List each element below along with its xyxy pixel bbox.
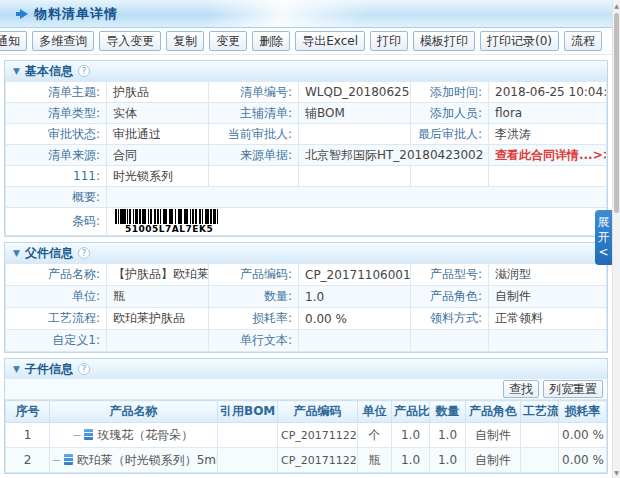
col-header-process[interactable]: 工艺流程 <box>521 401 559 423</box>
field-label: 领料方式: <box>411 308 489 330</box>
field-label: 清单来源: <box>6 145 107 166</box>
field-label: 单行文本: <box>209 330 299 352</box>
field-label <box>411 330 489 352</box>
cell-product-code: CP_20171122009 <box>278 448 358 473</box>
parent-info-title: 父件信息 <box>25 245 73 262</box>
expand-panel-tab[interactable]: 展开 < <box>595 210 612 265</box>
notify-button[interactable]: 通知 <box>0 31 27 51</box>
find-button[interactable]: 查找 <box>503 380 539 398</box>
field-value: 审批通过 <box>107 124 209 145</box>
field-value: 时光锁系列 <box>107 166 209 187</box>
page-title: 物料清单详情 <box>34 5 118 23</box>
child-item-row[interactable]: 1 ─玫瑰花（花骨朵） CP_20171122004 个 1.0 1.0 自制件… <box>6 423 607 448</box>
col-header-ratio[interactable]: 产品比例 <box>392 401 430 423</box>
cell-process <box>521 448 559 473</box>
help-icon[interactable]: ? <box>78 363 90 375</box>
field-label: 概要: <box>6 187 107 208</box>
col-header-product-name[interactable]: 产品名称 <box>50 401 218 423</box>
workflow-button[interactable]: 流程 <box>564 31 602 51</box>
cell-product-name: ─欧珀莱（时光锁系列）5ml <box>50 448 218 473</box>
contract-detail-cell: 查看此合同详情...>>> <box>489 145 607 166</box>
table-row: 单位: 瓶 数量: 1.0 产品角色: 自制件 <box>6 286 607 308</box>
cell-qty: 1.0 <box>430 423 466 448</box>
field-value: 自制件 <box>489 286 607 308</box>
import-change-button[interactable]: 导入变更 <box>99 31 161 51</box>
view-contract-link[interactable]: 查看此合同详情...>>> <box>495 148 607 162</box>
table-row: 清单主题: 护肤品 清单编号: WLQD_20180625001 添加时间: 2… <box>6 82 607 103</box>
barcode-image <box>115 209 219 224</box>
title-bar: 物料清单详情 <box>0 0 612 28</box>
parent-info-header[interactable]: ▼ 父件信息 ? <box>5 243 607 263</box>
cell-ref-bom <box>218 448 278 473</box>
field-value: 瓶 <box>107 286 209 308</box>
col-header-product-code[interactable]: 产品编码 <box>278 401 358 423</box>
field-label: 单位: <box>6 286 107 308</box>
child-info-title: 子件信息 <box>25 361 73 378</box>
field-value: 合同 <box>107 145 209 166</box>
field-label <box>209 166 299 187</box>
field-value: 辅BOM <box>299 103 411 124</box>
scroll-up-icon[interactable]: ▲ <box>613 2 620 9</box>
help-icon[interactable]: ? <box>78 247 90 259</box>
basic-info-header[interactable]: ▼ 基本信息 ? <box>5 61 607 81</box>
field-value <box>299 124 411 145</box>
cell-process <box>521 423 559 448</box>
barcode-text: 51005L7AL7EK5 <box>125 224 600 234</box>
table-row: 审批状态: 审批通过 当前审批人: 最后审批人: 李洪涛 <box>6 124 607 145</box>
field-label: 审批状态: <box>6 124 107 145</box>
print-button[interactable]: 打印 <box>370 31 408 51</box>
table-row: 概要: <box>6 187 607 208</box>
table-row: 清单类型: 实体 主辅清单: 辅BOM 添加人员: flora <box>6 103 607 124</box>
field-value: 1.0 <box>299 286 411 308</box>
print-record-button[interactable]: 打印记录(0) <box>480 31 559 51</box>
basic-info-title: 基本信息 <box>25 63 73 80</box>
export-excel-button[interactable]: 导出Excel <box>295 31 365 51</box>
grid-header-row: 序号 产品名称 引用BOM 产品编码 单位 产品比例 数量 产品角色 工艺流程 … <box>6 401 607 423</box>
field-label: 111: <box>6 166 107 187</box>
scrollbar-thumb[interactable] <box>614 13 619 213</box>
col-header-no[interactable]: 序号 <box>6 401 50 423</box>
tree-branch-icon: ─ <box>53 454 60 467</box>
field-label: 产品角色: <box>411 286 489 308</box>
child-item-row[interactable]: 2 ─欧珀莱（时光锁系列）5ml CP_20171122009 瓶 1.0 1.… <box>6 448 607 473</box>
field-value: 0.00 % <box>299 308 411 330</box>
scroll-down-icon[interactable]: ▼ <box>613 469 620 476</box>
col-header-unit[interactable]: 单位 <box>358 401 392 423</box>
template-print-button[interactable]: 模板打印 <box>413 31 475 51</box>
reset-column-width-button[interactable]: 列宽重置 <box>543 380 603 398</box>
field-label: 添加时间: <box>411 82 489 103</box>
field-value: WLQD_20180625001 <box>299 82 411 103</box>
field-label: 添加人员: <box>411 103 489 124</box>
field-value <box>299 330 411 352</box>
delete-button[interactable]: 删除 <box>252 31 290 51</box>
col-header-ref-bom[interactable]: 引用BOM <box>218 401 278 423</box>
parent-info-table: 产品名称: 【护肤品】欧珀莱（时光锁系列）100ml 产品编码: CP_2017… <box>5 263 607 352</box>
table-row: 产品名称: 【护肤品】欧珀莱（时光锁系列）100ml 产品编码: CP_2017… <box>6 264 607 286</box>
field-label <box>411 166 489 187</box>
col-header-role[interactable]: 产品角色 <box>466 401 521 423</box>
product-icon <box>64 454 73 465</box>
product-name-text: 玫瑰花（花骨朵） <box>97 428 193 442</box>
copy-button[interactable]: 复制 <box>166 31 204 51</box>
multi-query-button[interactable]: 多维查询 <box>32 31 94 51</box>
table-row: 条码: 51005L7AL7EK5 <box>6 208 607 236</box>
field-label: 当前审批人: <box>209 124 299 145</box>
field-value <box>489 166 607 187</box>
col-header-loss[interactable]: 损耗率 <box>559 401 607 423</box>
col-header-qty[interactable]: 数量 <box>430 401 466 423</box>
child-info-header[interactable]: ▼ 子件信息 ? <box>5 359 607 379</box>
cell-ref-bom <box>218 423 278 448</box>
vertical-scrollbar[interactable]: ▲ ▼ <box>612 0 620 478</box>
field-value: 实体 <box>107 103 209 124</box>
collapse-triangle-icon: ▼ <box>13 248 20 258</box>
cell-role: 自制件 <box>466 423 521 448</box>
child-items-table: 序号 产品名称 引用BOM 产品编码 单位 产品比例 数量 产品角色 工艺流程 … <box>5 400 607 473</box>
field-label: 主辅清单: <box>209 103 299 124</box>
cell-product-code: CP_20171122004 <box>278 423 358 448</box>
help-icon[interactable]: ? <box>78 65 90 77</box>
field-value <box>299 166 411 187</box>
barcode-cell: 51005L7AL7EK5 <box>107 208 607 236</box>
field-label: 工艺流程: <box>6 308 107 330</box>
change-button[interactable]: 变更 <box>209 31 247 51</box>
cell-ratio: 1.0 <box>392 448 430 473</box>
